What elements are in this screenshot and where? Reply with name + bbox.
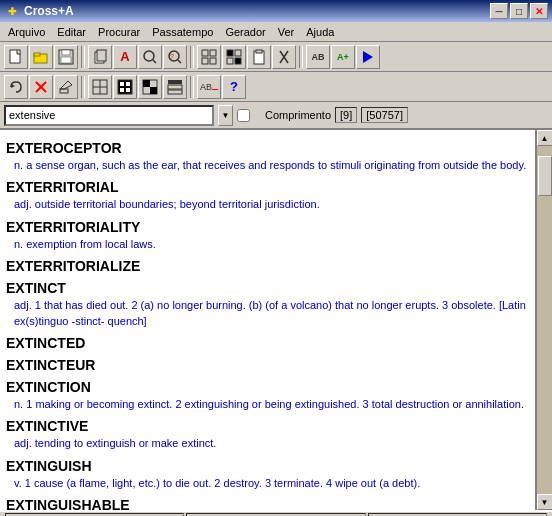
svg-rect-36 — [126, 82, 130, 86]
menu-item-ajuda[interactable]: Ajuda — [300, 24, 340, 40]
copy-button[interactable] — [88, 45, 112, 69]
undo-button[interactable] — [4, 75, 28, 99]
open-button[interactable] — [29, 45, 53, 69]
cut-button[interactable] — [272, 45, 296, 69]
svg-rect-37 — [120, 88, 124, 92]
svg-rect-38 — [126, 88, 130, 92]
edit-button[interactable] — [54, 75, 78, 99]
help-button[interactable]: ? — [222, 75, 246, 99]
menu-item-ver[interactable]: Ver — [272, 24, 301, 40]
menu-item-procurar[interactable]: Procurar — [92, 24, 146, 40]
entry-def-8: adj. tending to extinguish or make extin… — [14, 436, 529, 451]
entry-word-4: EXTINCT — [6, 280, 529, 296]
action-button[interactable] — [356, 45, 380, 69]
entry-def-4: adj. 1 that has died out. 2 (a) no longe… — [14, 298, 529, 329]
svg-rect-17 — [227, 50, 233, 56]
fill-button[interactable] — [222, 45, 246, 69]
app-title: Cross+A — [24, 4, 488, 18]
svg-line-11 — [178, 60, 181, 63]
separator1 — [81, 46, 85, 68]
svg-rect-29 — [60, 89, 68, 93]
grid1-button[interactable] — [88, 75, 112, 99]
svg-rect-41 — [150, 87, 157, 94]
font-button[interactable]: A — [113, 45, 137, 69]
menu-item-passatempo[interactable]: Passatempo — [146, 24, 219, 40]
search-input[interactable] — [4, 105, 214, 126]
separator5 — [190, 76, 194, 98]
search-button[interactable] — [138, 45, 162, 69]
svg-rect-42 — [168, 80, 182, 84]
separator2 — [190, 46, 194, 68]
save-button[interactable] — [54, 45, 78, 69]
length-count: [9] — [335, 107, 357, 123]
search2-button[interactable]: ? — [163, 45, 187, 69]
scroll-track[interactable] — [537, 146, 553, 494]
new-button[interactable] — [4, 45, 28, 69]
toolbar1: A ? AB A+ — [0, 42, 552, 72]
svg-rect-19 — [227, 58, 233, 64]
separator4 — [81, 76, 85, 98]
grid-button[interactable] — [197, 45, 221, 69]
status-bar: Palavras: 159129 0.04 seg. Cross+A Datab… — [0, 510, 552, 516]
entry-word-0: EXTEROCEPTOR — [6, 140, 529, 156]
scroll-down-button[interactable]: ▼ — [537, 494, 553, 510]
entry-def-1: adj. outside territorial boundaries; bey… — [14, 197, 529, 212]
menu-item-gerador[interactable]: Gerador — [219, 24, 271, 40]
minimize-button[interactable]: ─ — [490, 3, 508, 19]
svg-rect-22 — [256, 50, 262, 53]
clipboard-button[interactable] — [247, 45, 271, 69]
comprimento-label: Comprimento — [265, 109, 331, 121]
svg-rect-7 — [97, 50, 106, 61]
entry-word-2: EXTERRITORIALITY — [6, 219, 529, 235]
entry-word-1: EXTERRITORIAL — [6, 179, 529, 195]
entry-def-0: n. a sense organ, such as the ear, that … — [14, 158, 529, 173]
svg-rect-40 — [143, 80, 150, 87]
svg-rect-18 — [235, 50, 241, 56]
svg-rect-15 — [202, 58, 208, 64]
scrollbar[interactable]: ▲ ▼ — [536, 130, 552, 510]
app-icon: ✚ — [4, 3, 20, 19]
total-count: [50757] — [361, 107, 408, 123]
scroll-thumb[interactable] — [538, 156, 552, 196]
content-area[interactable]: EXTEROCEPTORn. a sense organ, such as th… — [0, 130, 536, 510]
scroll-up-button[interactable]: ▲ — [537, 130, 553, 146]
comprimento-checkbox[interactable] — [237, 109, 250, 122]
grid2-button[interactable] — [113, 75, 137, 99]
svg-marker-30 — [60, 81, 72, 89]
close-button[interactable]: ✕ — [530, 3, 548, 19]
svg-rect-14 — [210, 50, 216, 56]
entry-word-6: EXTINCTEUR — [6, 357, 529, 373]
entry-word-9: EXTINGUISH — [6, 458, 529, 474]
svg-rect-16 — [210, 58, 216, 64]
svg-rect-35 — [120, 82, 124, 86]
delete-entry-button[interactable] — [29, 75, 53, 99]
svg-rect-20 — [235, 58, 241, 64]
svg-marker-26 — [11, 84, 15, 88]
menu-item-arquivo[interactable]: Arquivo — [2, 24, 51, 40]
svg-text:?: ? — [170, 53, 174, 60]
svg-rect-2 — [34, 53, 40, 56]
entry-word-7: EXTINCTION — [6, 379, 529, 395]
toolbar2: AB ? — [0, 72, 552, 102]
grid3-button[interactable] — [138, 75, 162, 99]
grid4-button[interactable] — [163, 75, 187, 99]
svg-rect-5 — [61, 57, 71, 63]
ab-button[interactable]: AB — [306, 45, 330, 69]
spell-button[interactable]: AB — [197, 75, 221, 99]
search-dropdown-button[interactable]: ▼ — [218, 105, 233, 126]
entry-def-9: v. 1 cause (a flame, light, etc.) to die… — [14, 476, 529, 491]
svg-line-9 — [153, 60, 156, 63]
svg-point-8 — [144, 51, 154, 61]
svg-rect-4 — [62, 50, 70, 55]
entry-word-10: EXTINGUISHABLE — [6, 497, 529, 510]
entry-def-2: n. exemption from local laws. — [14, 237, 529, 252]
entry-word-5: EXTINCTED — [6, 335, 529, 351]
aplus-button[interactable]: A+ — [331, 45, 355, 69]
maximize-button[interactable]: □ — [510, 3, 528, 19]
svg-marker-25 — [363, 51, 373, 63]
menu-item-editar[interactable]: Editar — [51, 24, 92, 40]
main-container: EXTEROCEPTORn. a sense organ, such as th… — [0, 130, 552, 510]
svg-rect-13 — [202, 50, 208, 56]
svg-rect-44 — [168, 90, 182, 94]
menu-bar: ArquivoEditarProcurarPassatempoGeradorVe… — [0, 22, 552, 42]
